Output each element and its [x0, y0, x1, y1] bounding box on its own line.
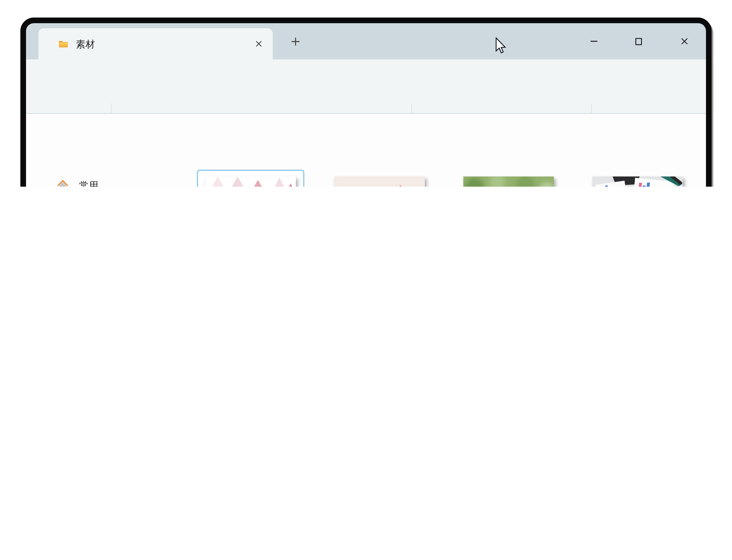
file-tile[interactable]: 圖片2 — [327, 171, 432, 187]
sidebar-item-home[interactable]: 常用 — [36, 172, 171, 187]
image-thumbnail — [205, 176, 296, 187]
close-button[interactable] — [672, 31, 697, 51]
address-row: 影片範例 素材 — [26, 114, 706, 162]
maximize-button[interactable] — [626, 31, 651, 51]
file-explorer-window: 素材 新 — [26, 23, 706, 187]
image-thumbnail — [334, 176, 425, 187]
minimize-button[interactable] — [582, 31, 606, 51]
image-thumbnail — [592, 176, 683, 187]
folder-icon — [58, 38, 69, 52]
mouse-cursor — [496, 37, 508, 57]
explorer-tab[interactable]: 素材 — [38, 28, 273, 59]
file-tile[interactable]: 圖片4 — [585, 171, 690, 187]
screenshot-root: 素材 新 — [0, 0, 732, 187]
tab-close-icon[interactable] — [255, 40, 263, 50]
file-tile[interactable]: 圖片1 — [197, 170, 304, 187]
command-toolbar: 新增 A — [26, 59, 706, 113]
tab-title: 素材 — [76, 38, 95, 51]
title-bar: 素材 — [26, 23, 706, 59]
new-tab-button[interactable] — [291, 37, 300, 49]
home-icon — [57, 179, 69, 187]
image-thumbnail — [463, 176, 554, 187]
file-tile[interactable]: 圖片3 — [456, 171, 561, 187]
